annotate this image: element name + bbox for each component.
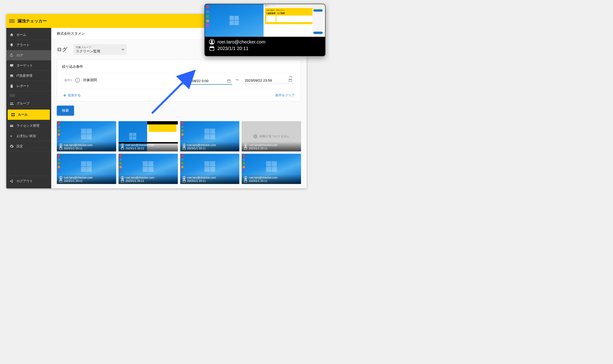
sidebar-item-home[interactable]: ホーム bbox=[6, 30, 51, 40]
clear-conditions-button[interactable]: 条件をクリア bbox=[275, 93, 295, 97]
result-thumbnail[interactable]: roei.taro@checker.com 2023/1/1 20:11 bbox=[119, 154, 178, 184]
person-icon bbox=[121, 143, 124, 147]
page-title: ログ bbox=[57, 46, 68, 53]
thumb-user: roei.taro@checker.com bbox=[64, 176, 93, 179]
sidebar-item-settings[interactable]: 設定 bbox=[6, 141, 51, 151]
sidebar-item-itasset[interactable]: IT資産管理 bbox=[6, 71, 51, 81]
sidebar-item-label: IT資産管理 bbox=[16, 74, 32, 78]
sidebar-item-label: グループ bbox=[16, 101, 29, 106]
thumb-time: 2023/1/1 20:11 bbox=[125, 179, 144, 182]
thumb-user: roei.taro@checker.com bbox=[249, 176, 277, 179]
sidebar-item-label: ライセンス管理 bbox=[16, 124, 39, 128]
monitor-icon bbox=[10, 64, 14, 68]
result-thumbnail[interactable]: roei.taro@checker.com 2023/1/1 20:11 bbox=[57, 121, 116, 151]
hamburger-icon[interactable] bbox=[9, 18, 15, 24]
sidebar-item-report[interactable]: レポート bbox=[6, 81, 51, 91]
calendar-icon bbox=[209, 46, 215, 51]
svg-point-42 bbox=[183, 177, 184, 178]
thumbnail-overlay: roei.taro@checker.com 2023/1/1 20:11 bbox=[180, 174, 240, 184]
svg-rect-28 bbox=[183, 147, 185, 148]
card-icon bbox=[10, 124, 14, 128]
svg-rect-44 bbox=[183, 180, 185, 181]
sidebar-item-label: レポート bbox=[16, 84, 29, 88]
sidebar-item-label: ターゲット bbox=[16, 64, 33, 68]
svg-rect-32 bbox=[245, 147, 247, 148]
company-name: 株式会社スタメン bbox=[57, 31, 85, 36]
person-icon bbox=[244, 143, 247, 147]
person-icon bbox=[121, 176, 124, 179]
thumb-time: 2023/1/1 20:11 bbox=[64, 147, 82, 150]
svg-point-46 bbox=[245, 177, 246, 178]
thumbnail-overlay: roei.taro@checker.com 2023/1/1 20:11 bbox=[242, 142, 301, 151]
calendar-icon bbox=[244, 147, 247, 150]
end-date-field[interactable] bbox=[242, 77, 294, 84]
sidebar-item-label: ホーム bbox=[16, 33, 26, 37]
thumbnail-overlay: roei.taro@checker.com 2023/1/1 20:11 bbox=[119, 142, 178, 151]
sidebar-item-label: ログ bbox=[16, 53, 23, 57]
svg-point-34 bbox=[60, 177, 61, 178]
bell-icon bbox=[10, 43, 14, 47]
person-icon bbox=[244, 176, 247, 179]
thumbnail-overlay: roei.taro@checker.com 2023/1/1 20:11 bbox=[242, 174, 301, 184]
svg-rect-55 bbox=[213, 46, 213, 47]
add-condition-button[interactable]: 追加する bbox=[63, 93, 81, 97]
svg-rect-5 bbox=[14, 115, 15, 116]
sidebar-item-target[interactable]: ターゲット bbox=[6, 61, 51, 71]
result-thumbnail[interactable]: roei.taro@checker.com 2023/1/1 20:11 bbox=[119, 121, 178, 151]
calendar-icon bbox=[59, 147, 62, 150]
yen-icon: ¥ bbox=[10, 134, 14, 138]
sidebar-item-license[interactable]: ライセンス管理 bbox=[6, 121, 51, 131]
svg-rect-48 bbox=[245, 180, 247, 181]
start-date-label: 開始日時 bbox=[183, 75, 193, 79]
clipboard-icon bbox=[10, 84, 14, 88]
svg-rect-3 bbox=[14, 113, 15, 114]
sidebar-item-rule[interactable]: ルール bbox=[8, 110, 50, 120]
preview-image: 漏洩チェッカー 必要な機能を、必要な分だけ IT資産管理・ログ管理 bbox=[205, 4, 325, 37]
preview-popup: 漏洩チェッカー 必要な機能を、必要な分だけ IT資産管理・ログ管理 roei.t… bbox=[204, 4, 326, 56]
svg-point-26 bbox=[183, 144, 184, 145]
calendar-icon[interactable] bbox=[288, 78, 292, 82]
person-icon bbox=[183, 176, 186, 179]
svg-point-22 bbox=[122, 144, 123, 145]
search-button[interactable]: 検索 bbox=[57, 106, 74, 116]
laptop-icon bbox=[10, 74, 14, 78]
svg-rect-15 bbox=[290, 79, 290, 79]
sidebar-item-label: アラート bbox=[16, 43, 29, 47]
thumb-user: roei.taro@checker.com bbox=[249, 143, 277, 147]
svg-rect-16 bbox=[291, 79, 291, 79]
thumb-time: 2023/1/1 20:11 bbox=[187, 179, 206, 182]
sidebar-item-payment[interactable]: ¥ お支払い状況 bbox=[6, 131, 51, 141]
result-thumbnail[interactable]: roei.taro@checker.com 2023/1/1 20:11 bbox=[180, 121, 240, 151]
result-thumbnail[interactable]: roei.taro@checker.com 2023/1/1 20:11 bbox=[242, 154, 301, 184]
group-select[interactable]: 対象グループ スクリーン監視 bbox=[73, 44, 127, 55]
group-select-label: 対象グループ bbox=[76, 46, 119, 49]
svg-rect-40 bbox=[121, 180, 124, 181]
results-grid: roei.taro@checker.com 2023/1/1 20:11 roe… bbox=[57, 121, 301, 184]
svg-rect-20 bbox=[60, 147, 62, 148]
info-icon[interactable]: i bbox=[75, 78, 80, 83]
end-date-input[interactable] bbox=[242, 77, 294, 84]
svg-point-30 bbox=[245, 144, 246, 145]
calendar-icon bbox=[121, 147, 124, 150]
result-thumbnail[interactable]: roei.taro@checker.com 2023/1/1 20:11 bbox=[57, 154, 116, 184]
sidebar-item-group[interactable]: グループ bbox=[6, 98, 51, 109]
result-thumbnail[interactable]: roei.taro@checker.com 2023/1/1 20:11 bbox=[180, 154, 240, 184]
logout-button[interactable]: ログアウト bbox=[6, 176, 51, 186]
result-thumbnail[interactable]: !画像が見つかりません roei.taro@checker.com 2023/1… bbox=[242, 121, 301, 151]
group-icon bbox=[10, 101, 14, 106]
start-date-field[interactable]: 開始日時 bbox=[181, 76, 232, 85]
collapse-icon[interactable] bbox=[289, 76, 293, 78]
sidebar-item-log[interactable]: ログ bbox=[6, 50, 51, 61]
sidebar-item-alert[interactable]: アラート bbox=[6, 40, 51, 50]
history-icon bbox=[10, 53, 14, 57]
condition-name: 対象期間 bbox=[83, 78, 97, 82]
svg-rect-10 bbox=[228, 80, 230, 80]
calendar-icon[interactable] bbox=[227, 79, 231, 83]
svg-text:¥: ¥ bbox=[10, 134, 12, 138]
calendar-icon bbox=[183, 179, 186, 182]
svg-point-0 bbox=[11, 102, 12, 104]
calendar-icon bbox=[183, 147, 186, 150]
thumb-user: roei.taro@checker.com bbox=[64, 143, 93, 147]
svg-rect-2 bbox=[11, 113, 13, 114]
svg-rect-6 bbox=[10, 125, 13, 127]
